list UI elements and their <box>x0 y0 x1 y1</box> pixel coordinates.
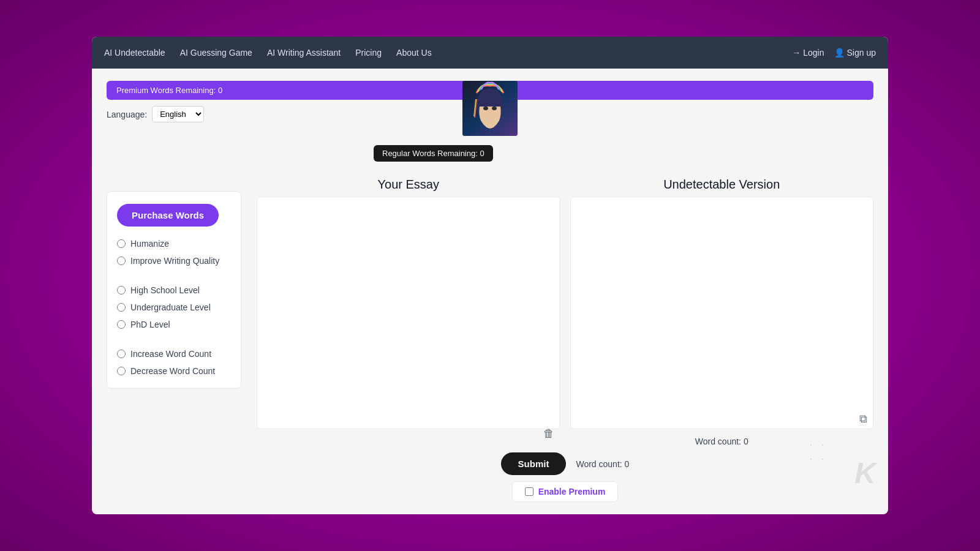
option-decrease-word-label: Decrease Word Count <box>130 366 215 376</box>
navbar: AI Undetectable AI Guessing Game AI Writ… <box>92 37 888 69</box>
option-humanize[interactable]: Humanize <box>117 239 231 249</box>
svg-point-2 <box>483 107 488 110</box>
logo-center <box>462 81 518 136</box>
option-improve-writing[interactable]: Improve Writing Quality <box>117 256 231 266</box>
regular-words-badge: Regular Words Remaining: 0 <box>374 145 493 162</box>
signup-button[interactable]: 👤 Sign up <box>834 48 876 58</box>
nav-item-about-us[interactable]: About Us <box>396 48 432 58</box>
signup-icon: 👤 <box>834 48 845 58</box>
radio-group: Humanize Improve Writing Quality High Sc… <box>117 239 231 376</box>
option-undergraduate[interactable]: Undergraduate Level <box>117 302 231 312</box>
enable-premium-row: Enable Premium <box>512 481 619 502</box>
undetectable-output[interactable] <box>570 197 874 429</box>
essay-textarea-wrapper: 🗑 <box>257 197 560 446</box>
essay-input[interactable] <box>257 197 560 429</box>
option-phd[interactable]: PhD Level <box>117 320 231 329</box>
enable-premium-label[interactable]: Enable Premium <box>538 487 606 497</box>
option-high-school[interactable]: High School Level <box>117 285 231 295</box>
option-undergraduate-label: Undergraduate Level <box>130 302 211 312</box>
nav-left: AI Undetectable AI Guessing Game AI Writ… <box>104 48 432 58</box>
essay-column: Your Essay 🗑 <box>257 178 560 446</box>
purchase-words-button[interactable]: Purchase Words <box>117 204 219 227</box>
nav-item-ai-writing-assistant[interactable]: AI Writing Assistant <box>267 48 341 58</box>
dots-decoration: · ·· · <box>809 437 827 465</box>
language-select[interactable]: English Spanish French <box>152 106 204 122</box>
language-label: Language: <box>107 110 147 119</box>
copy-icon[interactable]: ⧉ <box>859 413 867 425</box>
delete-icon[interactable]: 🗑 <box>543 427 554 440</box>
sidebar: Purchase Words Humanize Improve Writing … <box>107 191 241 389</box>
nav-item-ai-guessing-game[interactable]: AI Guessing Game <box>180 48 252 58</box>
option-decrease-word[interactable]: Decrease Word Count <box>117 366 231 376</box>
option-increase-word[interactable]: Increase Word Count <box>117 349 231 359</box>
columns-row: Your Essay 🗑 Undetectable Version ⧉ Word… <box>257 178 873 446</box>
undetectable-column: Undetectable Version ⧉ Word count: 0 <box>570 178 874 446</box>
nav-right: → Login 👤 Sign up <box>792 48 876 58</box>
undetectable-col-header: Undetectable Version <box>570 178 874 192</box>
bottom-bar: Submit Word count: 0 <box>257 452 873 475</box>
option-phd-label: PhD Level <box>130 320 170 329</box>
svg-point-3 <box>492 107 497 110</box>
login-button[interactable]: → Login <box>792 48 824 58</box>
logo-image <box>462 81 518 136</box>
undetectable-textarea-wrapper: ⧉ <box>570 197 874 432</box>
essay-col-header: Your Essay <box>257 178 560 192</box>
login-icon: → <box>792 48 801 58</box>
option-improve-writing-label: Improve Writing Quality <box>130 256 219 266</box>
option-increase-word-label: Increase Word Count <box>130 349 211 359</box>
watermark: K <box>854 456 876 490</box>
content-area: Premium Words Remaining: 0 Language: Eng… <box>92 69 888 514</box>
nav-item-pricing[interactable]: Pricing <box>355 48 382 58</box>
nav-item-ai-undetectable[interactable]: AI Undetectable <box>104 48 165 58</box>
output-word-count: Word count: 0 <box>570 437 874 446</box>
option-high-school-label: High School Level <box>130 285 200 295</box>
option-humanize-label: Humanize <box>130 239 169 249</box>
word-count: Word count: 0 <box>576 459 629 469</box>
enable-premium-checkbox[interactable] <box>525 487 533 496</box>
submit-button[interactable]: Submit <box>501 452 567 475</box>
